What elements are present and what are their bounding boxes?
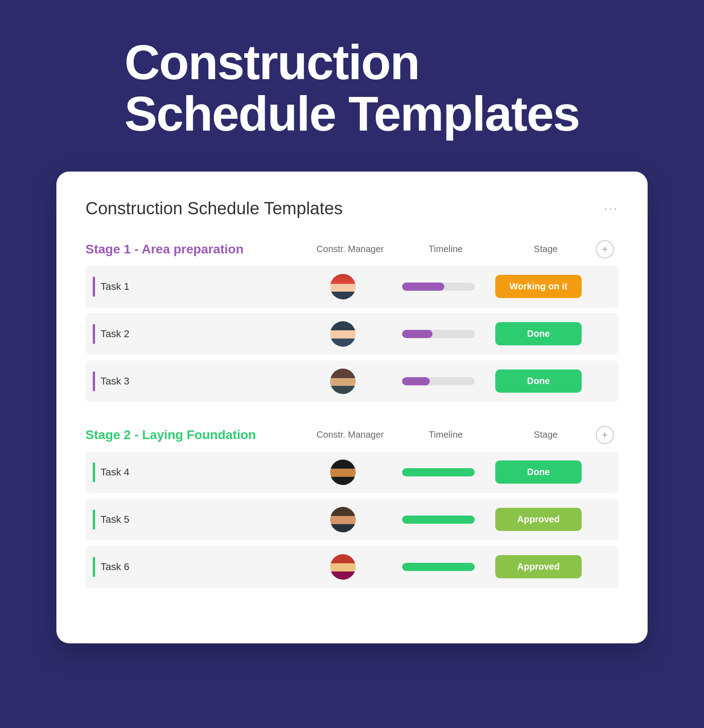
timeline-fill	[402, 283, 444, 291]
table-row: Task 4 Done	[85, 451, 619, 493]
more-options-icon[interactable]: ···	[604, 201, 619, 216]
timeline-bar	[402, 516, 475, 524]
timeline-fill	[402, 516, 475, 524]
status-badge: Approved	[495, 508, 582, 531]
card-header: Construction Schedule Templates ···	[85, 199, 619, 218]
stage2-section: Stage 2 - Laying Foundation Constr. Mana…	[85, 426, 619, 588]
task5-avatar-cell	[297, 507, 388, 532]
task3-timeline	[388, 377, 488, 385]
task4-name: Task 4	[101, 466, 130, 478]
avatar	[330, 274, 356, 299]
timeline-fill	[402, 563, 475, 571]
stage2-col-manager: Constr. Manager	[305, 430, 396, 440]
stage1-col-manager: Constr. Manager	[305, 244, 396, 254]
main-card: Construction Schedule Templates ··· Stag…	[56, 172, 648, 643]
task5-status-cell: Approved	[488, 508, 588, 531]
stage1-section: Stage 1 - Area preparation Constr. Manag…	[85, 240, 619, 402]
task6-name: Task 6	[101, 561, 130, 573]
timeline-bar	[402, 283, 475, 291]
task4-status-cell: Done	[488, 460, 588, 484]
task5-name-cell: Task 5	[93, 510, 297, 530]
task6-name-cell: Task 6	[93, 557, 297, 577]
timeline-bar	[402, 563, 475, 571]
task2-timeline	[388, 330, 488, 338]
task2-avatar-cell	[297, 321, 388, 347]
timeline-fill	[402, 468, 475, 476]
table-row: Task 1 Working on it	[85, 266, 619, 308]
task5-timeline	[388, 516, 488, 524]
stage2-col-stage: Stage	[496, 430, 596, 440]
stage1-header: Stage 1 - Area preparation Constr. Manag…	[85, 240, 619, 258]
task3-name-cell: Task 3	[93, 371, 297, 391]
stage2-title: Stage 2 - Laying Foundation	[85, 428, 305, 442]
card-title: Construction Schedule Templates	[85, 199, 342, 218]
status-badge: Approved	[495, 555, 582, 578]
hero-title: Construction Schedule Templates	[70, 0, 634, 172]
task6-avatar-cell	[297, 554, 388, 580]
task1-name: Task 1	[101, 281, 130, 293]
task1-name-cell: Task 1	[93, 277, 297, 297]
stage1-title: Stage 1 - Area preparation	[85, 242, 305, 257]
task4-timeline	[388, 468, 488, 476]
task5-name: Task 5	[101, 514, 130, 526]
stage2-col-timeline: Timeline	[396, 430, 496, 440]
hero-section: Construction Schedule Templates	[70, 0, 634, 172]
task4-name-cell: Task 4	[93, 462, 297, 482]
task3-name: Task 3	[101, 375, 130, 387]
table-row: Task 3 Done	[85, 360, 619, 402]
task6-status-cell: Approved	[488, 555, 588, 578]
task4-border	[93, 462, 95, 482]
stage1-col-timeline: Timeline	[396, 244, 496, 254]
status-badge: Done	[495, 369, 582, 393]
timeline-bar	[402, 330, 475, 338]
task2-status-cell: Done	[488, 322, 588, 345]
avatar	[330, 460, 356, 485]
timeline-bar	[402, 468, 475, 476]
task6-timeline	[388, 563, 488, 571]
table-row: Task 5 Approved	[85, 499, 619, 541]
avatar	[330, 369, 356, 394]
table-row: Task 6 Approved	[85, 546, 619, 588]
task2-name-cell: Task 2	[93, 324, 297, 344]
stage2-header: Stage 2 - Laying Foundation Constr. Mana…	[85, 426, 619, 444]
status-badge: Done	[495, 460, 582, 484]
task1-timeline	[388, 283, 488, 291]
timeline-fill	[402, 330, 432, 338]
task3-border	[93, 371, 95, 391]
timeline-bar	[402, 377, 475, 385]
avatar	[330, 507, 356, 532]
stage2-add-button[interactable]: +	[596, 426, 614, 444]
status-badge: Working on it	[495, 275, 582, 298]
timeline-fill	[402, 377, 430, 385]
task2-name: Task 2	[101, 328, 130, 340]
task1-border	[93, 277, 95, 297]
task1-avatar-cell	[297, 274, 388, 299]
task3-status-cell: Done	[488, 369, 588, 393]
stage1-col-stage: Stage	[496, 244, 596, 254]
task1-status-cell: Working on it	[488, 275, 588, 298]
avatar	[330, 321, 356, 347]
table-row: Task 2 Done	[85, 313, 619, 355]
task6-border	[93, 557, 95, 577]
task2-border	[93, 324, 95, 344]
status-badge: Done	[495, 322, 582, 345]
task5-border	[93, 510, 95, 530]
task3-avatar-cell	[297, 369, 388, 394]
stage1-add-button[interactable]: +	[596, 240, 614, 258]
task4-avatar-cell	[297, 460, 388, 485]
avatar	[330, 554, 356, 580]
